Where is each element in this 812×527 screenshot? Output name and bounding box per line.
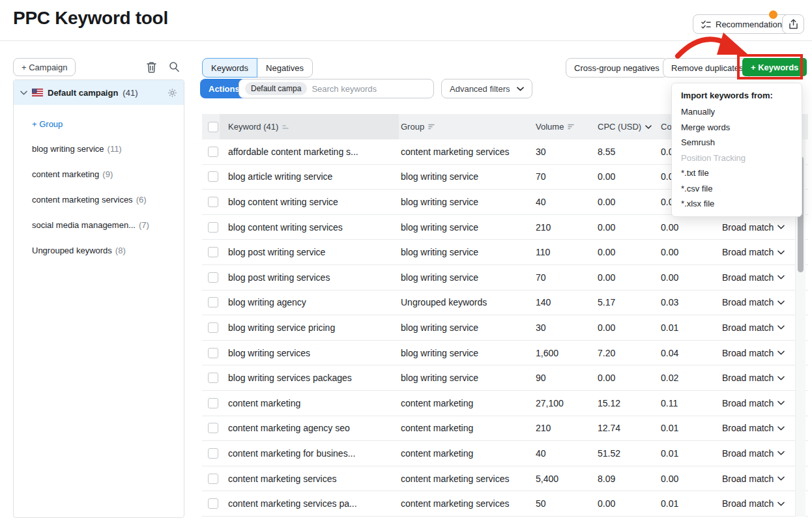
row-checkbox[interactable]: [208, 222, 218, 233]
row-checkbox[interactable]: [208, 272, 218, 283]
volume-cell: 1,600: [536, 348, 598, 358]
row-checkbox[interactable]: [208, 498, 218, 509]
match-type-select[interactable]: Broad match: [722, 297, 785, 307]
row-checkbox[interactable]: [208, 423, 218, 433]
trash-icon[interactable]: [145, 60, 158, 74]
volume-cell: 140: [536, 297, 598, 307]
group-count: (6): [136, 195, 147, 205]
chevron-down-icon: [645, 125, 652, 129]
match-type-select[interactable]: Broad match: [722, 272, 785, 283]
select-all-cell: [202, 114, 220, 139]
import-menu-item[interactable]: Semrush: [672, 135, 802, 150]
column-header-cpc[interactable]: CPC (USD): [598, 122, 661, 132]
cpc-cell: 12.74: [598, 423, 661, 433]
table-row: blog writing service pricing blog writin…: [202, 315, 808, 341]
import-menu-item[interactable]: *.csv file: [672, 181, 802, 197]
volume-cell: 70: [536, 171, 598, 182]
row-checkbox[interactable]: [208, 247, 218, 257]
row-checkbox[interactable]: [208, 398, 218, 408]
column-header-group[interactable]: Group: [399, 122, 536, 132]
volume-cell: 50: [536, 498, 598, 509]
export-icon: [789, 19, 798, 29]
match-type-select[interactable]: Broad match: [722, 498, 785, 509]
competition-cell: 0.01: [661, 448, 717, 459]
export-button[interactable]: [782, 14, 804, 34]
group-cell: content marketing services: [399, 498, 536, 509]
keyword-search-box[interactable]: Default campa: [239, 79, 434, 98]
tab-keywords[interactable]: Keywords: [202, 58, 257, 78]
campaign-header[interactable]: Default campaign (41): [14, 80, 184, 105]
add-campaign-button[interactable]: + Campaign: [13, 58, 76, 76]
keyword-cell: blog post writing service: [220, 240, 399, 264]
keyword-cell: blog writing services packages: [220, 365, 399, 390]
sort-icon: [428, 124, 435, 130]
match-type-select[interactable]: Broad match: [722, 247, 785, 257]
row-checkbox[interactable]: [208, 297, 218, 307]
match-type-label: Broad match: [722, 322, 774, 333]
table-row: blog content writing services blog writi…: [202, 215, 808, 240]
cross-group-negatives-button[interactable]: Cross-group negatives: [566, 58, 668, 78]
import-menu-item[interactable]: Merge words: [672, 120, 802, 135]
sidebar-group-item[interactable]: content marketing services (6): [14, 187, 184, 212]
ppc-keyword-tool-app: PPC Keyword tool Recommendations + Campa…: [0, 0, 812, 527]
match-type-select[interactable]: Broad match: [722, 322, 785, 333]
competition-cell: 0.03: [661, 297, 717, 307]
keyword-cell: blog content writing services: [220, 215, 399, 240]
column-header-keyword[interactable]: Keyword (41): [220, 114, 399, 139]
sidebar-group-item[interactable]: content marketing (9): [14, 162, 184, 187]
tab-negatives[interactable]: Negatives: [257, 58, 313, 78]
group-cell: blog writing service: [399, 348, 536, 358]
sidebar-group-item[interactable]: blog writing service (11): [14, 136, 184, 162]
match-type-select[interactable]: Broad match: [722, 448, 785, 459]
recommendations-button[interactable]: Recommendations: [693, 14, 794, 34]
row-checkbox[interactable]: [208, 147, 218, 157]
import-menu-item[interactable]: Manually: [672, 104, 802, 120]
match-type-label: Broad match: [722, 222, 774, 233]
match-type-select[interactable]: Broad match: [722, 474, 785, 484]
sort-asc-icon: [282, 124, 289, 130]
select-all-checkbox[interactable]: [208, 122, 218, 132]
match-type-select[interactable]: Broad match: [722, 222, 785, 233]
column-header-volume[interactable]: Volume: [536, 122, 598, 132]
campaign-filter-chip[interactable]: Default campa: [245, 82, 307, 95]
row-checkbox[interactable]: [208, 171, 218, 182]
chevron-down-icon: [777, 401, 785, 405]
add-keywords-button[interactable]: + Keywords: [742, 58, 807, 76]
match-type-select[interactable]: Broad match: [722, 398, 785, 408]
search-keywords-input[interactable]: [312, 84, 428, 94]
group-name: social media managemen...: [32, 220, 136, 230]
group-count: (7): [139, 220, 149, 230]
match-type-select[interactable]: Broad match: [722, 423, 785, 433]
cpc-cell: 0.00: [598, 171, 661, 182]
advanced-filters-button[interactable]: Advanced filters: [441, 79, 532, 98]
row-checkbox[interactable]: [208, 448, 218, 459]
cpc-cell: 8.09: [598, 474, 661, 484]
row-checkbox[interactable]: [208, 348, 218, 358]
match-type-label: Broad match: [722, 498, 774, 509]
keyword-cell: content marketing for busines...: [220, 441, 399, 466]
row-checkbox[interactable]: [208, 197, 218, 207]
import-menu-item[interactable]: *.xlsx file: [672, 196, 802, 212]
table-row: content marketing content marketing 27,1…: [202, 391, 808, 416]
sidebar-group-item[interactable]: Ungrouped keywords (8): [14, 238, 184, 263]
chevron-down-icon: [777, 300, 785, 305]
keyword-column-label: Keyword (41): [228, 122, 278, 132]
table-row: blog post writing services blog writing …: [202, 265, 808, 291]
search-icon[interactable]: [167, 60, 181, 74]
group-cell: Ungrouped keywords: [399, 297, 536, 307]
add-group-button[interactable]: + Group: [14, 111, 184, 136]
import-menu-item[interactable]: Position Tracking: [672, 150, 802, 166]
match-type-select[interactable]: Broad match: [722, 348, 785, 358]
row-checkbox[interactable]: [208, 474, 218, 484]
row-checkbox[interactable]: [208, 322, 218, 333]
match-type-select[interactable]: Broad match: [722, 373, 785, 383]
chevron-down-icon: [517, 87, 524, 91]
row-checkbox[interactable]: [208, 373, 218, 383]
sidebar-group-item[interactable]: social media managemen... (7): [14, 212, 184, 238]
import-menu-item[interactable]: *.txt file: [672, 165, 802, 181]
remove-duplicates-button[interactable]: Remove duplicates: [663, 58, 752, 78]
gear-icon[interactable]: [167, 88, 177, 98]
group-cell: content marketing services: [399, 474, 536, 484]
chevron-down-icon: [777, 225, 785, 229]
chevron-down-icon: [777, 275, 785, 279]
